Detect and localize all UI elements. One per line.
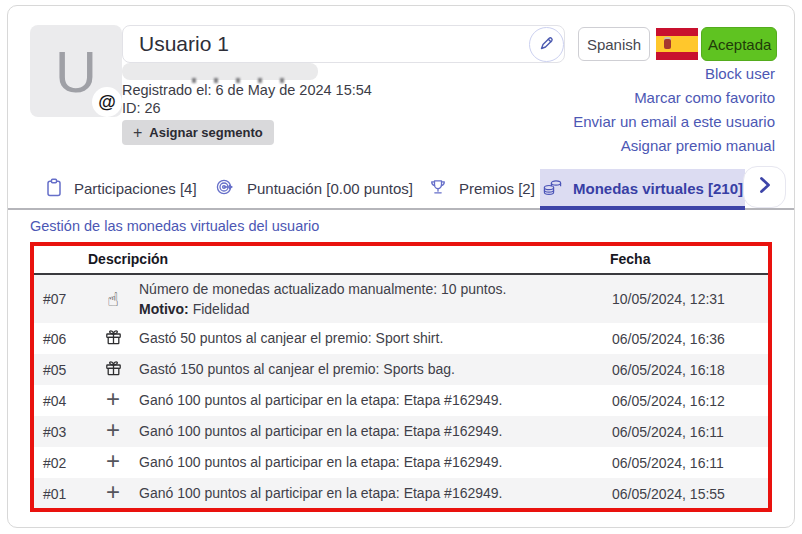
chevron-right-icon (759, 176, 771, 198)
column-header-fecha: Fecha (610, 246, 650, 273)
target-icon (216, 178, 235, 199)
status-accepted-button[interactable]: Aceptada (701, 27, 777, 61)
highlight-box: Descripción Fecha #07 ☝ Número de moneda… (30, 242, 772, 512)
flag-emblem (664, 39, 671, 49)
table-header: Descripción Fecha (34, 246, 768, 275)
table-row: #03 + Ganó 100 puntos al participar en l… (34, 416, 768, 447)
registered-date: Registrado el: 6 de May de 2024 15:54 (122, 82, 372, 98)
language-button[interactable]: Spanish (578, 27, 650, 61)
at-badge-icon: @ (92, 87, 122, 117)
table-row: #05 Gastó 150 puntos al canjear el premi… (34, 354, 768, 385)
table-row: #01 + Ganó 100 puntos al participar en l… (34, 478, 768, 509)
pencil-icon (538, 34, 556, 56)
tab-bar: Participaciones [4] Puntuación [0.00 pun… (8, 169, 794, 210)
username-field[interactable] (122, 25, 565, 63)
plus-icon: + (106, 449, 120, 473)
tab-monedas-virtuales[interactable]: Monedas virtuales [210] (540, 169, 745, 208)
hand-pointer-icon: ☝ (107, 290, 119, 309)
table-row: #04 + Ganó 100 puntos al participar en l… (34, 385, 768, 416)
block-user-link[interactable]: Block user (705, 65, 775, 82)
coins-icon (542, 179, 563, 199)
clipboard-icon (46, 178, 62, 200)
plus-icon: + (133, 124, 142, 142)
tab-puntuacion[interactable]: Puntuación [0.00 puntos] (216, 169, 413, 208)
assign-manual-prize-link[interactable]: Asignar premio manual (621, 137, 775, 154)
user-id: ID: 26 (122, 100, 161, 116)
trophy-icon (429, 178, 447, 199)
gift-icon (104, 328, 123, 350)
plus-icon: + (106, 418, 120, 442)
coins-management-link[interactable]: Gestión de las monedas virtuales del usu… (30, 218, 319, 234)
tab-participaciones[interactable]: Participaciones [4] (46, 169, 197, 208)
avatar-letter: U (55, 38, 97, 105)
plus-icon: + (106, 387, 120, 411)
plus-icon: + (106, 480, 120, 504)
table-row: #06 Gastó 50 puntos al canjear el premio… (34, 323, 768, 354)
table-row: #07 ☝ Número de monedas actualizado manu… (34, 275, 768, 323)
quick-links: Block user Marcar como favorito Enviar u… (573, 65, 775, 154)
user-profile-card: U @ Spanish Aceptada Block user Marcar c… (7, 5, 795, 528)
tabs-scroll-next-button[interactable] (743, 166, 786, 208)
table-row: #02 + Ganó 100 puntos al participar en l… (34, 447, 768, 478)
gift-icon (104, 359, 123, 381)
spain-flag-icon (656, 28, 698, 60)
tab-premios[interactable]: Premios [2] (429, 169, 535, 208)
mark-favorite-link[interactable]: Marcar como favorito (634, 89, 775, 106)
column-header-descripcion: Descripción (88, 246, 168, 273)
email-redacted (122, 63, 318, 80)
send-email-link[interactable]: Enviar un email a este usuario (573, 113, 775, 130)
assign-segment-button[interactable]: + Asignar segmento (122, 120, 274, 145)
edit-name-button[interactable] (529, 27, 564, 62)
